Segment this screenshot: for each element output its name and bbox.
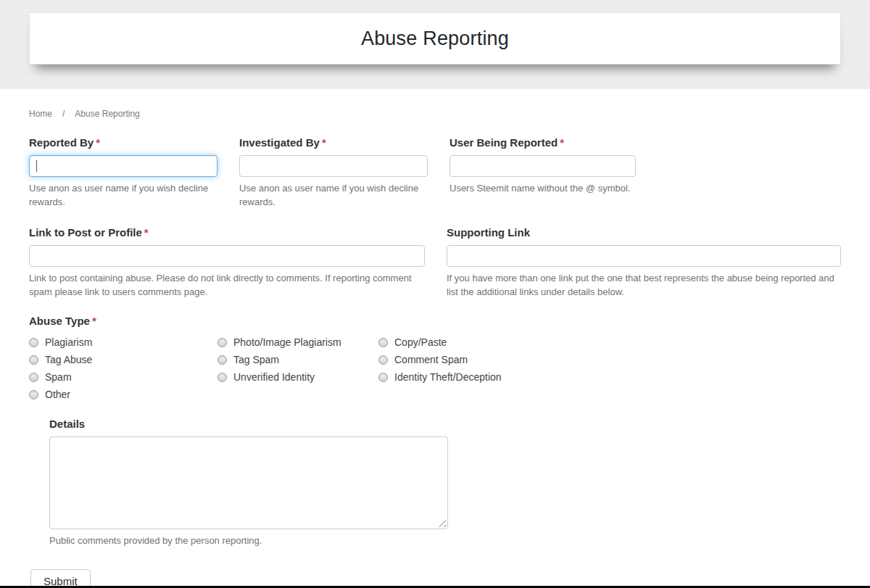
radio-label[interactable]: Identity Theft/Deception — [394, 371, 502, 383]
page-title: Abuse Reporting — [361, 28, 509, 50]
radio-option-other[interactable]: Other — [29, 386, 218, 403]
abuse-type-section: Abuse Type* Plagiarism Tag Abuse Spam Ot… — [29, 315, 841, 403]
abuse-type-label-text: Abuse Type — [29, 315, 90, 327]
radio-label[interactable]: Copy/Paste — [394, 336, 447, 348]
link-fields-row: Link to Post or Profile* Link to post co… — [29, 226, 841, 299]
required-asterisk: * — [560, 136, 564, 149]
reported-by-label-text: Reported By — [29, 136, 94, 149]
reported-by-input-wrap — [29, 155, 218, 177]
radio-label[interactable]: Plagiarism — [45, 336, 92, 348]
radio-button[interactable] — [29, 373, 38, 382]
radio-option-photo-image-plagiarism[interactable]: Photo/Image Plagiarism — [218, 334, 378, 351]
required-asterisk: * — [144, 226, 149, 239]
radio-option-comment-spam[interactable]: Comment Spam — [378, 351, 502, 368]
link-to-post-input-wrap — [29, 245, 425, 267]
radio-button[interactable] — [29, 390, 38, 399]
field-reported-by: Reported By* Use anon as user name if yo… — [29, 136, 218, 209]
reported-by-label: Reported By* — [29, 136, 218, 149]
abuse-type-column-1: Plagiarism Tag Abuse Spam Other — [29, 334, 218, 403]
radio-option-identity-theft-deception[interactable]: Identity Theft/Deception — [378, 368, 502, 386]
supporting-link-help: If you have more than one link put the o… — [447, 271, 841, 299]
radio-button[interactable] — [378, 373, 388, 382]
radio-option-unverified-identity[interactable]: Unverified Identity — [218, 368, 378, 386]
submit-button[interactable]: Submit — [30, 569, 91, 588]
reported-by-help: Use anon as user name if you wish declin… — [29, 181, 218, 209]
link-to-post-label-text: Link to Post or Profile — [29, 226, 142, 239]
radio-button[interactable] — [378, 338, 388, 347]
radio-button[interactable] — [29, 355, 38, 365]
user-being-reported-input[interactable] — [450, 155, 636, 177]
abuse-type-column-3: Copy/Paste Comment Spam Identity Theft/D… — [378, 334, 502, 403]
radio-label[interactable]: Unverified Identity — [233, 371, 315, 383]
abuse-type-column-2: Photo/Image Plagiarism Tag Spam Unverifi… — [218, 334, 378, 403]
radio-button[interactable] — [378, 355, 388, 365]
details-section: Details Public comments provided by the … — [49, 418, 841, 547]
supporting-link-input[interactable] — [447, 245, 841, 267]
details-label: Details — [49, 418, 841, 430]
radio-option-plagiarism[interactable]: Plagiarism — [29, 334, 218, 351]
field-user-being-reported: User Being Reported* Users Steemit name … — [450, 136, 636, 209]
radio-option-tag-abuse[interactable]: Tag Abuse — [29, 351, 218, 368]
radio-label[interactable]: Tag Spam — [233, 354, 279, 365]
supporting-link-label: Supporting Link — [447, 226, 841, 239]
radio-button[interactable] — [29, 338, 38, 347]
title-box: Abuse Reporting — [29, 12, 841, 65]
supporting-link-input-wrap — [447, 245, 841, 267]
user-being-reported-input-wrap — [450, 155, 636, 177]
investigated-by-input[interactable] — [239, 155, 428, 177]
radio-option-spam[interactable]: Spam — [29, 368, 218, 386]
breadcrumb-current: Abuse Reporting — [75, 109, 139, 119]
investigated-by-help: Use anon as user name if you wish declin… — [239, 181, 428, 209]
radio-option-copy-paste[interactable]: Copy/Paste — [378, 334, 502, 351]
investigated-by-input-wrap — [239, 155, 428, 177]
reported-by-input[interactable] — [29, 155, 218, 177]
details-label-text: Details — [49, 418, 85, 430]
link-to-post-help: Link to post containing abuse. Please do… — [29, 271, 425, 299]
field-investigated-by: Investigated By* Use anon as user name i… — [239, 136, 428, 209]
radio-button[interactable] — [218, 338, 227, 347]
required-asterisk: * — [92, 315, 96, 327]
user-fields-row: Reported By* Use anon as user name if yo… — [29, 136, 841, 209]
field-supporting-link: Supporting Link If you have more than on… — [447, 226, 841, 299]
required-asterisk: * — [96, 136, 100, 149]
breadcrumb-home-link[interactable]: Home — [29, 109, 52, 119]
user-being-reported-label: User Being Reported* — [450, 136, 636, 149]
user-being-reported-label-text: User Being Reported — [450, 136, 558, 149]
breadcrumb: Home / Abuse Reporting — [29, 109, 841, 119]
field-link-to-post: Link to Post or Profile* Link to post co… — [29, 226, 425, 299]
header-band: Abuse Reporting — [0, 0, 870, 89]
main-content: Home / Abuse Reporting Reported By* Use … — [0, 89, 870, 588]
text-cursor — [36, 160, 37, 172]
supporting-link-label-text: Supporting Link — [447, 226, 530, 239]
link-to-post-input[interactable] — [29, 245, 425, 267]
radio-button[interactable] — [218, 355, 227, 365]
details-help: Public comments provided by the person r… — [49, 534, 841, 547]
breadcrumb-separator: / — [62, 109, 65, 119]
investigated-by-label-text: Investigated By — [239, 136, 320, 149]
link-to-post-label: Link to Post or Profile* — [29, 226, 425, 239]
radio-label[interactable]: Other — [45, 389, 70, 400]
radio-label[interactable]: Tag Abuse — [45, 354, 92, 365]
abuse-type-label: Abuse Type* — [29, 315, 841, 327]
radio-button[interactable] — [218, 373, 227, 382]
investigated-by-label: Investigated By* — [239, 136, 428, 149]
required-asterisk: * — [322, 136, 326, 149]
abuse-type-options: Plagiarism Tag Abuse Spam Other — [29, 334, 841, 403]
radio-label[interactable]: Photo/Image Plagiarism — [233, 336, 341, 348]
radio-option-tag-spam[interactable]: Tag Spam — [218, 351, 378, 368]
details-textarea[interactable] — [49, 436, 448, 529]
submit-row: Submit — [30, 569, 841, 588]
radio-label[interactable]: Comment Spam — [394, 354, 468, 365]
details-textarea-wrap — [49, 436, 448, 529]
user-being-reported-help: Users Steemit name without the @ symbol. — [450, 181, 636, 195]
radio-label[interactable]: Spam — [45, 371, 72, 383]
